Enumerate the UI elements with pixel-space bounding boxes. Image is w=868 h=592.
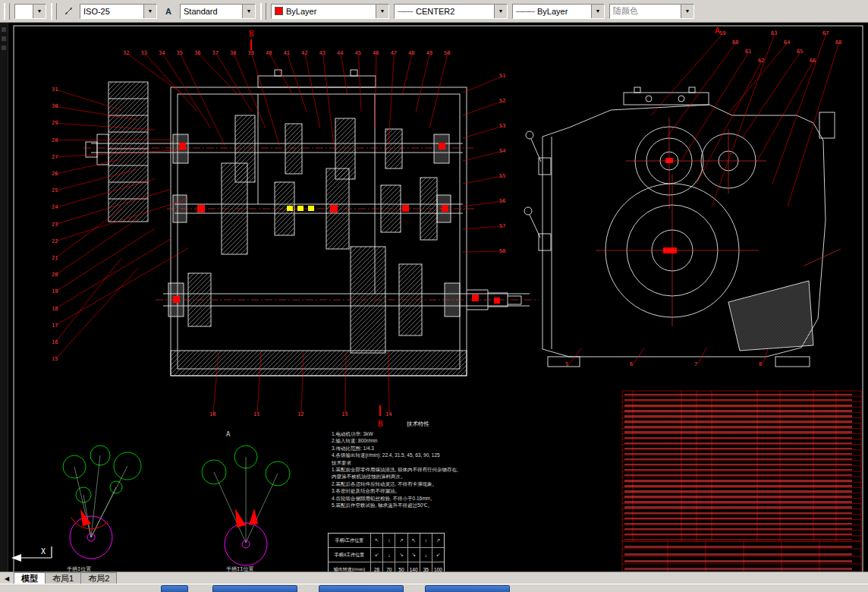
dimstyle-combo[interactable]: ISO-25 ▼ [80, 4, 157, 19]
speed-table-cell: ↖ [371, 534, 383, 547]
notes-line: 内壁涂不被机油侵蚀的涂料两次。 [332, 473, 505, 480]
balloon-number: 28 [52, 137, 58, 143]
leader-line [727, 43, 788, 115]
leader-line [55, 268, 138, 359]
leader-line [55, 209, 121, 258]
balloon-number: 7 [694, 361, 697, 367]
leader-line [429, 53, 448, 128]
leader-line [463, 251, 503, 252]
chevron-down-icon[interactable]: ▼ [591, 5, 604, 18]
balloon-number: 44 [337, 50, 343, 56]
taskbar-button[interactable] [319, 585, 404, 592]
lineweight-combo[interactable]: ———ByLayer ▼ [512, 4, 605, 19]
balloon-number: 5 [565, 361, 568, 367]
plotstyle-value: 随颜色 [610, 5, 681, 17]
balloon-number: 59 [719, 30, 725, 36]
balloon-number: 48 [408, 50, 414, 56]
balloon-number: 51 [499, 73, 505, 79]
leader-line [666, 43, 736, 138]
speed-table-cell: ↘ [408, 548, 420, 562]
balloon-number: 38 [230, 50, 236, 56]
speed-table-cell: ↓ [383, 548, 395, 562]
balloon-number: 47 [391, 50, 397, 56]
balloon-number: 8 [759, 361, 762, 367]
linetype-glyph: —·—· [398, 8, 413, 15]
mini-combo[interactable]: ▼ [14, 4, 46, 19]
color-combo[interactable]: ByLayer ▼ [271, 4, 389, 19]
speed-table-cell: ↖ [408, 534, 420, 547]
balloon-number: 17 [52, 323, 58, 329]
tab-layout2[interactable]: 布局2 [80, 572, 117, 584]
notes-title: 技术特性 [332, 420, 505, 429]
balloon-number: 13 [341, 411, 348, 417]
balloon-number: 20 [52, 272, 58, 278]
chevron-down-icon: ▼ [681, 5, 693, 18]
balloon-number: 19 [52, 288, 58, 294]
leader-line [788, 43, 839, 206]
toolbar-grip[interactable] [260, 3, 266, 20]
tab-layout1[interactable]: 布局1 [45, 572, 81, 584]
leader-line [697, 61, 762, 184]
balloon-number: 50 [444, 50, 450, 56]
leader-line [569, 348, 582, 364]
balloon-number: 64 [784, 39, 790, 46]
balloon-number: 15 [52, 356, 58, 362]
dimstyle-value: ISO-25 [80, 7, 143, 16]
ucs-x-label: X [41, 547, 46, 556]
balloon-number: 43 [319, 50, 326, 56]
leader-line [463, 176, 503, 184]
leader-line [323, 53, 335, 145]
leader-line [305, 53, 320, 128]
speed-table-cell: ↘ [395, 548, 407, 562]
ucs-icon: X [11, 546, 52, 562]
dimstyle-icon[interactable] [61, 4, 76, 19]
chevron-down-icon[interactable]: ▼ [494, 5, 507, 18]
centerlines [83, 148, 539, 300]
tab-model[interactable]: 模型 [14, 572, 46, 584]
balloon-number: 10 [209, 411, 215, 417]
model-space[interactable]: B B A A 手柄I位置 手柄II位置 X 31302928272625242… [0, 23, 868, 572]
taskbar-button[interactable] [212, 585, 297, 592]
balloon-number: 39 [248, 50, 254, 56]
taskbar [0, 584, 868, 592]
balloon-number: 6 [630, 361, 633, 367]
textstyle-icon[interactable]: A [161, 4, 176, 19]
balloon-number: 65 [797, 49, 803, 55]
taskbar-button[interactable] [425, 585, 510, 592]
taskbar-button[interactable] [161, 585, 188, 592]
balloon-number: 18 [52, 306, 58, 312]
leader-line [742, 52, 800, 138]
chevron-down-icon[interactable]: ▼ [143, 5, 156, 18]
balloon-number: 25 [52, 187, 58, 194]
leader-line [763, 348, 769, 364]
balloon-number: 35 [177, 50, 183, 56]
speed-table-cell: ↓ [420, 548, 432, 562]
chevron-down-icon[interactable]: ▼ [33, 5, 46, 18]
toolbar-grip[interactable] [4, 3, 10, 20]
leader-line [198, 53, 238, 95]
balloon-number: 57 [499, 223, 505, 229]
balloon-number: 42 [301, 50, 307, 56]
balloon-number: 12 [297, 411, 303, 417]
leader-line [463, 126, 503, 138]
textstyle-combo[interactable]: Standard ▼ [180, 4, 256, 19]
balloon-number: 67 [822, 30, 829, 36]
leader-line [463, 151, 503, 161]
toolbar-grip[interactable] [51, 3, 57, 20]
chevron-down-icon[interactable]: ▼ [242, 5, 255, 18]
speed-table-cell: ↗ [432, 534, 444, 547]
plotstyle-combo: 随颜色 ▼ [609, 4, 694, 19]
tab-nav-icon[interactable]: ◀ [0, 573, 14, 584]
linetype-combo[interactable]: —·—·CENTER2 ▼ [394, 4, 508, 19]
diagram-caption-2: 手柄II位置 [226, 566, 253, 572]
leader-line [402, 53, 412, 95]
balloon-number: 56 [499, 198, 505, 204]
leader-line [463, 226, 503, 229]
balloon-number: 52 [499, 98, 505, 104]
notes-line: 3.传动比范围: 1/4.3 [332, 445, 505, 452]
chevron-down-icon[interactable]: ▼ [376, 5, 388, 18]
leader-line [55, 140, 171, 140]
speed-table-row-label: 手柄II工作位置 [329, 548, 371, 562]
leader-line [359, 53, 362, 112]
leader-line [634, 348, 644, 364]
